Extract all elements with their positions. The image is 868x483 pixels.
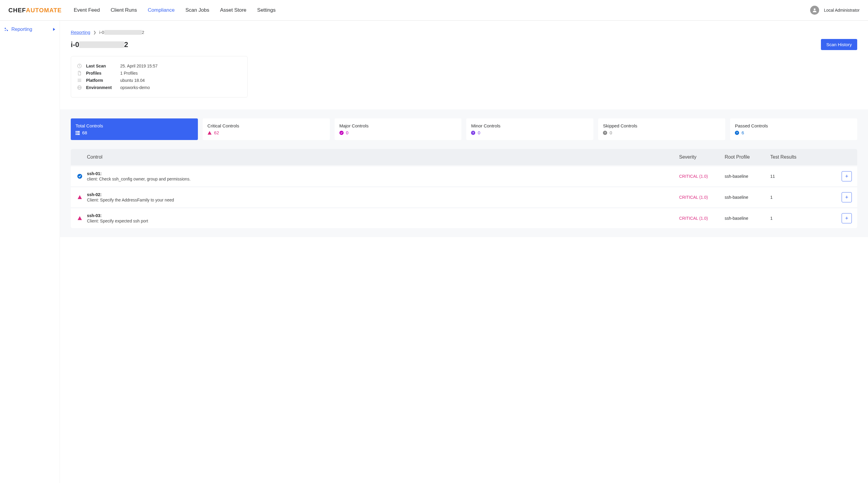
- control-desc: Client: Specify the AddressFamily to you…: [87, 198, 676, 202]
- circle-q-icon: ?: [735, 131, 739, 135]
- control-id: ssh-01:: [87, 171, 676, 176]
- redacted-text: [104, 30, 142, 35]
- svg-point-3: [5, 30, 6, 31]
- username: Local Administrator: [824, 8, 860, 12]
- top-nav-asset-store[interactable]: Asset Store: [220, 7, 246, 13]
- info-value: opsworks-demo: [120, 85, 150, 90]
- info-label: Platform: [86, 78, 116, 83]
- profile-cell: ssh-baseline: [725, 195, 767, 200]
- svg-text:?: ?: [472, 131, 474, 134]
- info-value: 25. April 2019 15:57: [120, 64, 158, 68]
- severity-cell: CRITICAL (1.0): [679, 174, 721, 179]
- filter-title: Critical Controls: [208, 123, 325, 128]
- expand-button[interactable]: +: [842, 171, 852, 181]
- filter-card-passed-controls[interactable]: Passed Controls?6: [730, 118, 857, 140]
- logo-automate: AUTOMATE: [26, 7, 61, 13]
- filter-title: Major Controls: [339, 123, 457, 128]
- filter-title: Total Controls: [75, 123, 193, 128]
- globe-icon: [77, 85, 82, 90]
- info-row-environment: Environmentopsworks-demo: [77, 84, 241, 91]
- col-header-results: Test Results: [770, 154, 836, 160]
- logo[interactable]: CHEFAUTOMATE: [8, 7, 62, 14]
- chevron-right-icon: ❯: [93, 30, 96, 34]
- top-nav-scan-jobs[interactable]: Scan Jobs: [186, 7, 209, 13]
- filter-count: 0: [610, 130, 612, 135]
- control-desc: Client: Specify expected ssh port: [87, 218, 676, 223]
- sidebar-label: Reporting: [11, 27, 32, 32]
- info-row-platform: Platformubuntu 18.04: [77, 77, 241, 84]
- table-header: Control Severity Root Profile Test Resul…: [71, 149, 857, 165]
- control-desc: client: Check ssh_config owner, group an…: [87, 177, 676, 181]
- control-id: ssh-02:: [87, 192, 676, 197]
- results-cell: 1: [770, 216, 836, 221]
- user-icon: [812, 7, 817, 13]
- control-cell: ssh-03:Client: Specify expected ssh port: [87, 213, 676, 223]
- svg-rect-16: [75, 134, 77, 135]
- results-cell: 1: [770, 195, 836, 200]
- triangle-icon: [208, 131, 212, 135]
- col-header-control: Control: [87, 154, 676, 160]
- circle-q-icon: ?: [603, 131, 607, 135]
- filter-count: 6: [742, 130, 744, 135]
- redacted-text: [79, 41, 124, 48]
- info-label: Environment: [86, 85, 116, 90]
- sidebar-item-reporting[interactable]: Reporting: [4, 27, 56, 32]
- control-cell: ssh-01:client: Check ssh_config owner, g…: [87, 171, 676, 181]
- filter-card-minor-controls[interactable]: Minor Controls?0: [466, 118, 593, 140]
- svg-rect-12: [75, 131, 77, 132]
- circle-q-icon: ?: [471, 131, 475, 135]
- list-icon: [77, 78, 82, 83]
- nodes-icon: [4, 27, 8, 31]
- header: CHEFAUTOMATE Event FeedClient RunsCompli…: [0, 0, 868, 21]
- scan-history-button[interactable]: Scan History: [821, 39, 857, 50]
- filter-count: 62: [214, 130, 219, 135]
- title-prefix: i-0: [71, 40, 79, 49]
- filter-count: 68: [82, 130, 87, 135]
- main: Reporting ❯ i-02 i-02 Scan History Last …: [60, 21, 868, 483]
- svg-text:?: ?: [736, 131, 738, 134]
- chevron-right-icon: [53, 27, 56, 32]
- controls-table: Control Severity Root Profile Test Resul…: [71, 149, 857, 228]
- filter-count: 0: [477, 130, 480, 135]
- breadcrumb-suffix: 2: [142, 30, 144, 35]
- info-value: 1 Profiles: [120, 71, 137, 76]
- top-nav-settings[interactable]: Settings: [257, 7, 276, 13]
- title-suffix: 2: [124, 40, 128, 49]
- top-nav-client-runs[interactable]: Client Runs: [111, 7, 137, 13]
- file-icon: [77, 71, 82, 76]
- filter-card-skipped-controls[interactable]: Skipped Controls?0: [598, 118, 725, 140]
- top-nav-compliance[interactable]: Compliance: [148, 7, 175, 13]
- svg-rect-13: [77, 131, 80, 132]
- info-row-profiles: Profiles1 Profiles: [77, 69, 241, 77]
- severity-cell: CRITICAL (1.0): [679, 195, 721, 200]
- filter-title: Minor Controls: [471, 123, 589, 128]
- breadcrumb-prefix: i-0: [99, 30, 104, 35]
- filter-card-total-controls[interactable]: Total Controls68: [71, 118, 198, 140]
- user-area[interactable]: Local Administrator: [810, 6, 860, 15]
- top-nav-event-feed[interactable]: Event Feed: [74, 7, 100, 13]
- circle-check-icon: [339, 131, 344, 135]
- info-label: Last Scan: [86, 64, 116, 68]
- svg-rect-14: [75, 132, 77, 133]
- filter-card-major-controls[interactable]: Major Controls0: [335, 118, 462, 140]
- filter-count: 0: [346, 130, 348, 135]
- expand-button[interactable]: +: [842, 213, 852, 223]
- filter-card-critical-controls[interactable]: Critical Controls62: [203, 118, 330, 140]
- col-header-severity: Severity: [679, 154, 721, 160]
- svg-rect-17: [77, 134, 80, 135]
- table-row: ssh-03:Client: Specify expected ssh port…: [71, 208, 857, 228]
- col-header-profile: Root Profile: [725, 154, 767, 160]
- clock-icon: [77, 64, 82, 68]
- control-id: ssh-03:: [87, 213, 676, 218]
- filter-title: Skipped Controls: [603, 123, 720, 128]
- info-row-last-scan: Last Scan25. April 2019 15:57: [77, 62, 241, 69]
- avatar: [810, 6, 819, 15]
- filter-cards: Total Controls68Critical Controls62Major…: [71, 118, 857, 140]
- expand-button[interactable]: +: [842, 192, 852, 202]
- table-row: ssh-01:client: Check ssh_config owner, g…: [71, 167, 857, 186]
- svg-point-0: [814, 8, 815, 10]
- top-nav: Event FeedClient RunsComplianceScan Jobs…: [74, 7, 810, 13]
- sidebar: Reporting: [0, 21, 60, 483]
- page-title: i-02: [71, 40, 128, 49]
- breadcrumb-link-reporting[interactable]: Reporting: [71, 30, 90, 35]
